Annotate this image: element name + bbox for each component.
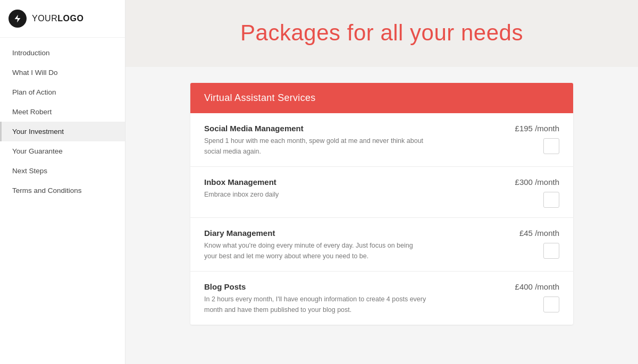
service-name: Social Media Management [204, 124, 485, 133]
logo-text: YOURLOGO [32, 14, 83, 23]
main-content: Packages for all your needs Virtual Assi… [125, 0, 638, 364]
services-card: Virtual Assistant Services Social Media … [190, 83, 573, 325]
service-right: £45 /month [496, 228, 559, 259]
service-name: Blog Posts [204, 282, 485, 291]
services-header: Virtual Assistant Services [190, 83, 573, 113]
service-checkbox-1[interactable] [543, 192, 559, 208]
sidebar: YOURLOGO IntroductionWhat I Will DoPlan … [0, 0, 125, 364]
sidebar-item-your-investment[interactable]: Your Investment [0, 122, 125, 141]
hero-section: Packages for all your needs [125, 0, 638, 67]
hero-title: Packages for all your needs [157, 20, 606, 46]
service-info: Social Media Management Spend 1 hour wit… [204, 124, 485, 157]
logo-area: YOURLOGO [0, 0, 125, 38]
services-list: Social Media Management Spend 1 hour wit… [190, 113, 573, 325]
sidebar-item-meet-robert[interactable]: Meet Robert [0, 102, 125, 122]
service-item: Blog Posts In 2 hours every month, I'll … [190, 272, 573, 325]
service-price: £195 /month [515, 124, 559, 133]
sidebar-item-next-steps[interactable]: Next Steps [0, 161, 125, 181]
service-right: £300 /month [496, 177, 559, 208]
service-right: £195 /month [496, 124, 559, 154]
service-desc: Know what you're doing every minute of e… [204, 240, 427, 261]
service-desc: In 2 hours every month, I'll have enough… [204, 294, 427, 315]
service-price: £400 /month [515, 282, 559, 291]
sidebar-item-plan-of-action[interactable]: Plan of Action [0, 82, 125, 102]
service-item: Social Media Management Spend 1 hour wit… [190, 113, 573, 167]
service-desc: Spend 1 hour with me each month, spew go… [204, 136, 427, 157]
svg-marker-0 [15, 15, 21, 22]
service-checkbox-0[interactable] [543, 138, 559, 154]
service-info: Inbox Management Embrace inbox zero dail… [204, 177, 485, 200]
content-area: Virtual Assistant Services Social Media … [125, 67, 638, 346]
sidebar-item-what-i-will-do[interactable]: What I Will Do [0, 63, 125, 82]
service-checkbox-2[interactable] [543, 243, 559, 259]
service-desc: Embrace inbox zero daily [204, 189, 427, 200]
logo-icon [9, 10, 27, 28]
service-right: £400 /month [496, 282, 559, 312]
sidebar-item-terms-and-conditions[interactable]: Terms and Conditions [0, 181, 125, 200]
service-info: Diary Management Know what you're doing … [204, 228, 485, 261]
sidebar-item-introduction[interactable]: Introduction [0, 43, 125, 63]
service-item: Diary Management Know what you're doing … [190, 218, 573, 272]
service-price: £45 /month [519, 228, 559, 238]
service-item: Inbox Management Embrace inbox zero dail… [190, 167, 573, 218]
service-name: Inbox Management [204, 177, 485, 187]
service-name: Diary Management [204, 228, 485, 238]
sidebar-nav: IntroductionWhat I Will DoPlan of Action… [0, 43, 125, 200]
service-price: £300 /month [515, 177, 559, 187]
service-info: Blog Posts In 2 hours every month, I'll … [204, 282, 485, 315]
services-title: Virtual Assistant Services [204, 92, 559, 104]
sidebar-item-your-guarantee[interactable]: Your Guarantee [0, 141, 125, 161]
service-checkbox-3[interactable] [543, 297, 559, 312]
